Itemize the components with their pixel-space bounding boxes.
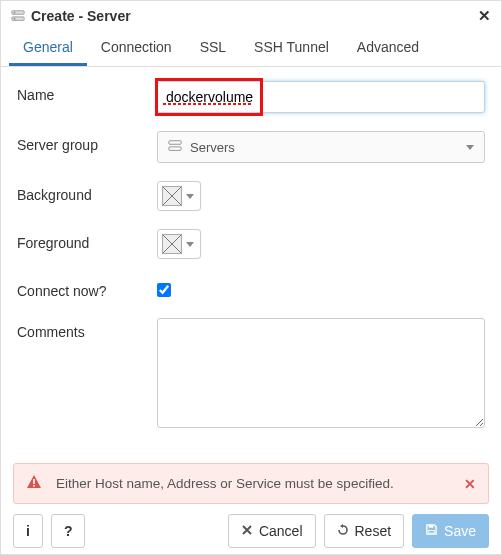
tab-label: General [23, 39, 73, 55]
reset-button[interactable]: Reset [324, 514, 405, 548]
cancel-button[interactable]: Cancel [228, 514, 316, 548]
chevron-down-icon [466, 145, 474, 150]
background-label: Background [17, 181, 157, 203]
help-button[interactable]: ? [51, 514, 86, 548]
error-alert: Either Host name, Address or Service mus… [13, 463, 489, 504]
svg-rect-7 [33, 485, 35, 487]
connect-now-label: Connect now? [17, 277, 157, 299]
chevron-down-icon [186, 194, 194, 199]
tab-ssh-tunnel[interactable]: SSH Tunnel [240, 29, 343, 66]
alert-message: Either Host name, Address or Service mus… [56, 476, 394, 491]
reset-icon [337, 523, 349, 539]
save-button[interactable]: Save [412, 514, 489, 548]
tab-label: Advanced [357, 39, 419, 55]
server-group-label: Server group [17, 131, 157, 153]
warning-icon [26, 474, 42, 493]
help-icon: ? [64, 523, 73, 539]
info-icon: i [26, 523, 30, 539]
foreground-label: Foreground [17, 229, 157, 251]
comments-label: Comments [17, 318, 157, 340]
close-icon[interactable]: ✕ [478, 7, 491, 25]
info-button[interactable]: i [13, 514, 43, 548]
color-swatch-none-icon [162, 234, 182, 254]
name-input[interactable] [157, 81, 485, 113]
tab-connection[interactable]: Connection [87, 29, 186, 66]
cancel-icon [241, 523, 253, 539]
server-icon [11, 9, 25, 23]
svg-rect-9 [429, 530, 435, 533]
color-swatch-none-icon [162, 186, 182, 206]
server-group-select[interactable]: Servers [157, 131, 485, 163]
server-group-value: Servers [190, 140, 235, 155]
svg-rect-6 [33, 479, 35, 484]
tab-general[interactable]: General [9, 29, 87, 66]
tab-ssl[interactable]: SSL [186, 29, 240, 66]
tab-label: Connection [101, 39, 172, 55]
tab-advanced[interactable]: Advanced [343, 29, 433, 66]
tab-label: SSL [200, 39, 226, 55]
name-label: Name [17, 81, 157, 103]
foreground-color-picker[interactable] [157, 229, 201, 259]
alert-dismiss-icon[interactable]: ✕ [464, 476, 476, 492]
button-label: Save [444, 523, 476, 539]
svg-rect-4 [169, 140, 181, 144]
button-label: Cancel [259, 523, 303, 539]
button-label: Reset [355, 523, 392, 539]
svg-point-2 [14, 12, 16, 14]
save-icon [425, 523, 438, 539]
comments-textarea[interactable] [157, 318, 485, 428]
dialog-title: Create - Server [31, 8, 131, 24]
tab-label: SSH Tunnel [254, 39, 329, 55]
chevron-down-icon [186, 242, 194, 247]
svg-rect-5 [169, 146, 181, 150]
tab-bar: General Connection SSL SSH Tunnel Advanc… [1, 29, 501, 67]
background-color-picker[interactable] [157, 181, 201, 211]
svg-point-3 [14, 18, 16, 20]
connect-now-checkbox[interactable] [157, 283, 171, 297]
servers-group-icon [168, 139, 182, 156]
svg-rect-8 [429, 525, 434, 528]
